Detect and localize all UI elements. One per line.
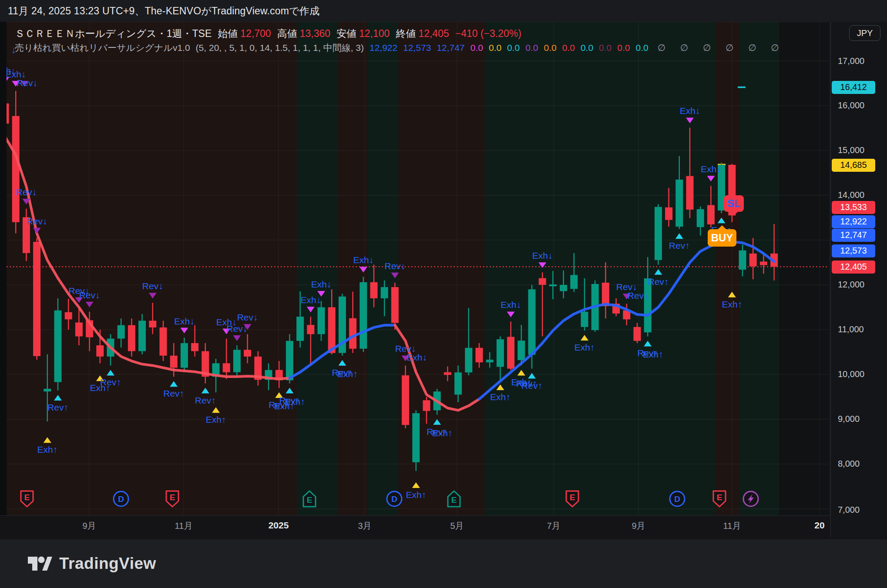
export-note-bar: 11月 24, 2025 13:23 UTC+9、The-KENVOがTradi…: [0, 0, 887, 22]
svg-text:Exh↓: Exh↓: [501, 300, 521, 310]
indicator-value: 0.0: [599, 43, 611, 53]
svg-text:BUY: BUY: [711, 232, 733, 244]
svg-text:Exh↓: Exh↓: [532, 251, 553, 261]
svg-text:E: E: [451, 495, 457, 504]
svg-text:E: E: [570, 493, 575, 502]
price-axis-label: 10,000: [838, 369, 864, 379]
indicator-params: (5, 20, , 5, 1, 0, 14, 1.5, 1, 1, 1, 中間線…: [196, 42, 364, 54]
time-axis-label: 20: [814, 520, 824, 531]
svg-text:Exh↑: Exh↑: [206, 414, 226, 424]
svg-text:Exh↑: Exh↑: [337, 369, 358, 379]
indicator-value: 0.0: [617, 43, 630, 53]
indicator-value: 0.0: [562, 43, 575, 53]
indicator-value: 12,922: [370, 43, 397, 53]
svg-text:Rev↑: Rev↑: [669, 241, 690, 251]
tradingview-screenshot: 11月 24, 2025 13:23 UTC+9、The-KENVOがTradi…: [0, 0, 887, 588]
price-axis-label: 8,000: [838, 459, 860, 469]
svg-text:Rev↑: Rev↑: [521, 381, 542, 391]
svg-text:SL: SL: [727, 197, 741, 209]
indicator-values: 12,92212,57312,7470.00.00.00.00.00.00.00…: [370, 43, 648, 53]
indicator-value: 12,747: [437, 43, 464, 53]
svg-text:Rev↓: Rev↓: [628, 291, 648, 301]
tradingview-wordmark: TradingView: [59, 555, 156, 573]
svg-text:E: E: [307, 495, 312, 504]
svg-text:Exh↓: Exh↓: [174, 316, 195, 326]
indicator-value: 0.0: [581, 43, 593, 53]
time-axis-label: 5月: [450, 520, 464, 532]
indicator-value: 0.0: [636, 43, 648, 53]
footer-bar: TradingView: [0, 539, 887, 588]
svg-text:Exh↓: Exh↓: [300, 295, 321, 305]
svg-text:Rev↑: Rev↑: [47, 402, 68, 412]
svg-text:E: E: [717, 493, 722, 502]
time-axis-label: 9月: [82, 520, 96, 532]
svg-text:Rev↓: Rev↓: [237, 312, 258, 322]
svg-text:Rev↑: Rev↑: [163, 388, 184, 398]
svg-text:D: D: [674, 494, 680, 504]
svg-text:Exh↓: Exh↓: [407, 352, 427, 362]
svg-text:D: D: [118, 494, 124, 504]
price-badge: 16,412: [832, 81, 875, 94]
svg-text:Exh↓: Exh↓: [353, 255, 373, 265]
svg-text:Rev↓: Rev↓: [79, 290, 100, 300]
price-axis-label: 7,000: [838, 505, 860, 515]
indicator-null-values: ∅ ∅ ∅ ∅ ∅ ∅: [658, 43, 785, 53]
tradingview-logo-icon: [28, 552, 52, 575]
ohlc-pair: 高値13,360: [277, 27, 330, 40]
svg-text:Exh↑: Exh↑: [285, 397, 305, 407]
svg-text:Exh↑: Exh↑: [575, 342, 595, 352]
export-note: 11月 24, 2025 13:23 UTC+9、The-KENVOがTradi…: [8, 4, 319, 18]
svg-text:Rev↓: Rev↓: [384, 261, 405, 271]
svg-text:Exh↑: Exh↑: [722, 299, 742, 309]
ohlc-values: 始値12,700高値13,360安値12,100終値12,405: [218, 27, 449, 40]
svg-text:Exh↓: Exh↓: [311, 279, 332, 289]
symbol-title[interactable]: ＳＣＲＥＥＮホールディングス・1週・TSE: [15, 27, 212, 40]
currency-toggle-button[interactable]: JPY: [849, 25, 880, 41]
svg-text:E: E: [24, 493, 30, 502]
ohlc-pair: 始値12,700: [218, 27, 271, 40]
time-axis-label: 2025: [269, 520, 289, 531]
time-axis-label: 7月: [547, 520, 560, 532]
svg-text:Rev↓: Rev↓: [142, 281, 163, 291]
price-axis-label: 12,000: [838, 280, 864, 290]
indicator-value: 12,573: [403, 43, 431, 53]
svg-text:Rev↓: Rev↓: [16, 187, 37, 197]
svg-text:Exh↑: Exh↑: [406, 490, 426, 500]
price-badge: 13,533: [832, 201, 875, 214]
svg-text:Rev↑: Rev↑: [648, 277, 669, 287]
ohlc-pair: 終値12,405: [396, 27, 449, 40]
svg-text:Exh↑: Exh↑: [643, 349, 663, 359]
indicator-info-row[interactable]: 売り枯れ買い枯れリバーサルシグナルv1.0 (5, 20, , 5, 1, 0,…: [15, 42, 785, 53]
time-axis[interactable]: 9月11月20253月5月7月9月11月20: [0, 515, 887, 539]
time-axis-label: 11月: [723, 520, 741, 532]
price-chart-canvas[interactable]: Exh↓Exh↓Rev↓Rev↓Rev↓Rev↓Rev↓Rev↓Exh↓Exh↓…: [0, 0, 887, 588]
time-axis-label: 3月: [358, 520, 371, 532]
svg-text:Exh↑: Exh↑: [37, 444, 57, 454]
svg-text:Exh↓: Exh↓: [701, 164, 721, 174]
svg-text:Exh↓: Exh↓: [680, 106, 700, 116]
svg-text:Rev↑: Rev↑: [195, 395, 216, 405]
price-badge: 14,685: [832, 159, 875, 172]
price-axis[interactable]: JPY 17,00016,00015,00014,00012,00011,000…: [830, 22, 887, 537]
price-axis-label: 11,000: [838, 324, 864, 334]
svg-text:Exh↑: Exh↑: [490, 392, 511, 402]
svg-text:Rev↑: Rev↑: [100, 377, 121, 387]
symbol-info-row[interactable]: ＳＣＲＥＥＮホールディングス・1週・TSE 始値12,700高値13,360安値…: [15, 27, 521, 40]
indicator-value: 0.0: [507, 43, 520, 53]
indicator-title[interactable]: 売り枯れ買い枯れリバーサルシグナルv1.0: [15, 42, 190, 54]
price-axis-label: 17,000: [838, 56, 864, 66]
svg-text:Rev↓: Rev↓: [27, 216, 47, 226]
price-badge: 12,405: [832, 261, 875, 274]
price-axis-label: 14,000: [838, 190, 864, 200]
ohlc-pair: 安値12,100: [336, 27, 390, 40]
price-badge: 12,922: [832, 215, 875, 228]
price-badge: 12,747: [832, 229, 875, 242]
time-axis-label: 11月: [175, 520, 193, 532]
price-axis-label: 9,000: [838, 414, 860, 424]
price-badge: 12,573: [832, 244, 875, 257]
svg-text:D: D: [391, 494, 397, 504]
indicator-value: 0.0: [489, 43, 501, 53]
time-axis-label: 9月: [632, 520, 645, 532]
price-axis-label: 15,000: [838, 145, 864, 155]
change-value: −410 (−3.20%): [455, 28, 521, 40]
